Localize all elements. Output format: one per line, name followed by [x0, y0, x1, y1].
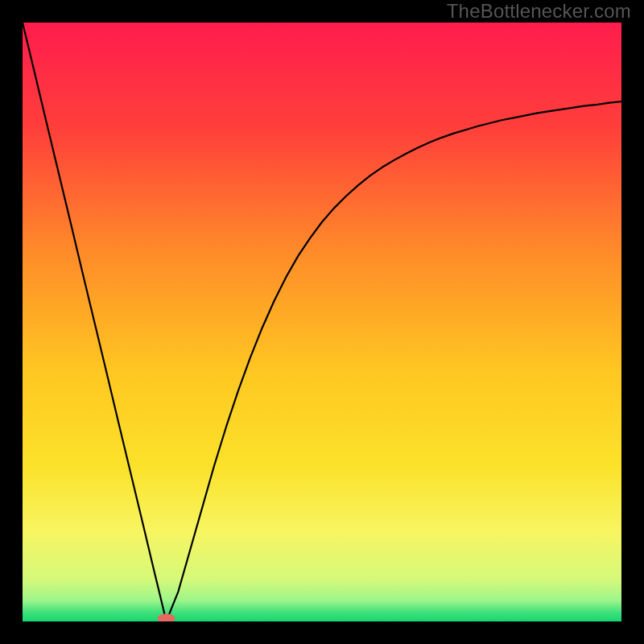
bottleneck-chart	[23, 23, 621, 621]
chart-background	[23, 23, 621, 621]
watermark-text: TheBottlenecker.com	[447, 0, 631, 23]
chart-frame: TheBottlenecker.com	[0, 0, 644, 644]
plot-area	[23, 23, 621, 621]
